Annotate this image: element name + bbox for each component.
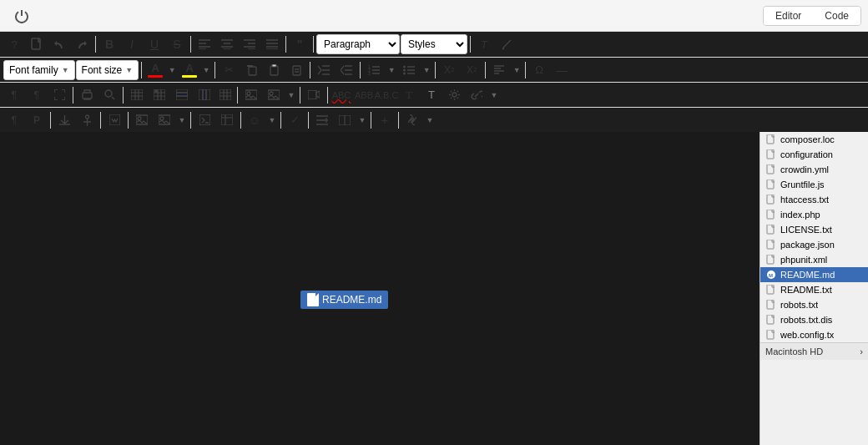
text-color-dropdown[interactable]: ▼ — [166, 60, 178, 80]
format-button[interactable] — [488, 60, 510, 80]
ordered-list-button[interactable]: 123 — [363, 60, 385, 80]
outdent-button[interactable] — [336, 60, 357, 80]
strikethrough-button[interactable]: S — [166, 34, 188, 54]
highlight-color-button[interactable]: A — [179, 60, 200, 80]
text-color-button[interactable]: A — [144, 60, 166, 80]
power-button[interactable] — [7, 3, 37, 28]
media-dropdown[interactable]: ▼ — [285, 85, 297, 105]
image-responsive-button[interactable] — [154, 110, 175, 130]
link-dropdown[interactable]: ▼ — [488, 85, 500, 105]
emoji-dropdown[interactable]: ▼ — [266, 110, 278, 130]
highlight-color-dropdown[interactable]: ▼ — [200, 60, 212, 80]
redo-button[interactable] — [71, 34, 93, 54]
undo-button[interactable] — [48, 34, 70, 54]
sidebar-file-item[interactable]: package.json — [760, 237, 868, 252]
sidebar-file-item[interactable]: LICENSE.txt — [760, 222, 868, 237]
table-options-button[interactable] — [149, 85, 170, 105]
sidebar-file-item[interactable]: index.php — [760, 207, 868, 222]
align-justify-button[interactable] — [261, 34, 283, 54]
spelling-button[interactable]: ABC — [331, 85, 352, 105]
align-right-button[interactable] — [239, 34, 260, 54]
ordered-list-dropdown[interactable]: ▼ — [386, 60, 397, 80]
font-size-selector[interactable]: Font size ▼ — [76, 60, 139, 80]
sidebar-file-item[interactable]: robots.txt — [760, 297, 868, 312]
download-button[interactable] — [53, 110, 75, 130]
help-button[interactable]: ? — [3, 34, 25, 54]
sidebar-file-item[interactable]: Gruntfile.js — [760, 177, 868, 192]
media-button[interactable] — [240, 85, 262, 105]
rtl-button[interactable]: ¶ — [26, 85, 48, 105]
font-t-button[interactable]: T — [398, 85, 420, 105]
snippet-button[interactable] — [194, 110, 215, 130]
cut-button[interactable]: ✂ — [218, 60, 240, 80]
sidebar-footer[interactable]: Macintosh HD › — [760, 342, 868, 360]
char-map-button[interactable] — [103, 110, 125, 130]
unordered-list-button[interactable] — [398, 60, 420, 80]
sidebar-file-item[interactable]: htaccess.txt — [760, 192, 868, 207]
video-button[interactable] — [303, 85, 325, 105]
sidebar-file-item[interactable]: composer.loc — [760, 132, 868, 147]
columns-button[interactable] — [334, 110, 356, 130]
italic-button[interactable]: I — [121, 34, 143, 54]
align-left-button[interactable] — [194, 34, 215, 54]
special-chars-button[interactable]: Ω — [528, 60, 550, 80]
brush-button[interactable] — [496, 34, 517, 54]
file-icon-label: README.md — [300, 291, 388, 309]
unordered-list-dropdown[interactable]: ▼ — [421, 60, 432, 80]
paragraph-select[interactable]: Paragraph — [316, 34, 400, 54]
editor-tab[interactable]: Editor — [764, 7, 813, 25]
editor-canvas[interactable]: README.md — [0, 132, 760, 445]
image-insert-button[interactable] — [131, 110, 153, 130]
copy-button[interactable] — [240, 60, 262, 80]
sidebar-file-item[interactable]: phpunit.xml — [760, 252, 868, 267]
plus-button[interactable]: + — [374, 110, 396, 130]
styles-select[interactable]: Styles — [401, 34, 467, 54]
settings-button[interactable] — [443, 85, 465, 105]
link-button[interactable] — [466, 85, 487, 105]
subscript-button[interactable]: X2 — [438, 60, 460, 80]
insert-table-button[interactable] — [126, 85, 148, 105]
paste-button[interactable] — [263, 60, 285, 80]
image-dropdown[interactable]: ▼ — [176, 110, 188, 130]
hr-button[interactable]: — — [551, 60, 573, 80]
case2-button[interactable]: A.B.C — [376, 85, 397, 105]
print-button[interactable] — [76, 85, 98, 105]
joomla-button[interactable] — [401, 110, 423, 130]
fullscreen-button[interactable] — [48, 85, 70, 105]
bold-button[interactable]: B — [98, 34, 120, 54]
superscript-t-button[interactable]: T — [473, 34, 495, 54]
columns-dropdown[interactable]: ▼ — [356, 110, 368, 130]
table-delete-button[interactable] — [216, 85, 235, 105]
checkmark-button[interactable]: ✓ — [284, 110, 305, 130]
sidebar-file-item[interactable]: robots.txt.dis — [760, 312, 868, 327]
font-t2-button[interactable]: T — [421, 85, 442, 105]
table-row-button[interactable] — [171, 85, 193, 105]
search-button[interactable] — [98, 85, 120, 105]
table-col-button[interactable] — [194, 85, 215, 105]
format-dropdown[interactable]: ▼ — [511, 60, 522, 80]
joomla-dropdown[interactable]: ▼ — [424, 110, 436, 130]
new-doc-button[interactable] — [26, 34, 48, 54]
resize-button[interactable] — [311, 110, 333, 130]
superscript-button[interactable]: X2 — [461, 60, 482, 80]
anchor-button[interactable] — [76, 110, 98, 130]
font-family-selector[interactable]: Font family ▼ — [3, 60, 75, 80]
paste-text-button[interactable] — [285, 60, 307, 80]
underline-button[interactable]: U — [144, 34, 165, 54]
sidebar-file-item[interactable]: README.txt — [760, 282, 868, 297]
sidebar-file-item[interactable]: configuration — [760, 147, 868, 162]
blockquote-button[interactable]: " — [289, 34, 310, 54]
sidebar-file-item[interactable]: MREADME.md — [760, 267, 868, 282]
sidebar-file-item[interactable]: crowdin.yml — [760, 162, 868, 177]
module-button[interactable] — [216, 110, 238, 130]
para-mark2-button[interactable]: ¶ — [3, 110, 25, 130]
emoji-button[interactable]: ☺ — [244, 110, 265, 130]
media2-button[interactable] — [263, 85, 285, 105]
code-tab[interactable]: Code — [813, 7, 860, 25]
indent-button[interactable] — [313, 60, 335, 80]
case-button[interactable]: ABB — [353, 85, 375, 105]
sidebar-file-item[interactable]: web.config.tx — [760, 327, 868, 342]
p-button[interactable]: P — [26, 110, 48, 130]
align-center-button[interactable] — [216, 34, 238, 54]
para-mark-button[interactable]: ¶ — [3, 85, 25, 105]
